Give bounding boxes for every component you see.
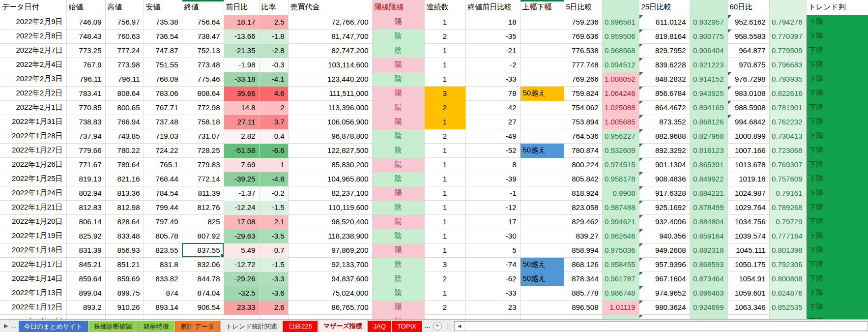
sheet-tab[interactable]: マザーズ指標 xyxy=(318,320,368,332)
cell-r5[interactable]: 0.987488 xyxy=(602,200,639,214)
cell-pct[interactable]: -1.8 xyxy=(259,29,288,43)
cell-close[interactable]: 752.13 xyxy=(182,43,224,58)
cell-trend[interactable]: 下降 xyxy=(806,214,868,229)
cell-r5[interactable]: 0.958178 xyxy=(602,172,639,186)
cell-range[interactable] xyxy=(520,58,564,72)
cell-value[interactable]: 92,133,700 xyxy=(288,257,372,272)
cell-d60[interactable]: 958.5583 xyxy=(727,29,769,43)
cell-d5[interactable]: 829.462 xyxy=(564,214,602,229)
cell-streak[interactable]: 1 xyxy=(424,172,465,186)
cell-d5[interactable]: 769.636 xyxy=(564,29,602,43)
tabbar-menu-icon[interactable]: ⋮ xyxy=(445,322,451,330)
cell-open[interactable]: 831.39 xyxy=(66,243,105,257)
cell-d60[interactable]: 970.875 xyxy=(727,58,769,72)
cell-chg[interactable]: -32.5 xyxy=(224,286,259,300)
cell-close[interactable]: 731.07 xyxy=(182,129,224,143)
cell-open[interactable]: 738.83 xyxy=(66,115,105,129)
cell-r60[interactable]: 0.781901 xyxy=(769,100,806,115)
cell-r60[interactable]: 0.779509 xyxy=(769,43,806,58)
cell-range[interactable] xyxy=(520,100,564,115)
cell-r5[interactable]: 1.025088 xyxy=(602,100,639,115)
cell-range[interactable] xyxy=(520,214,564,229)
cell-low[interactable]: 805.78 xyxy=(144,229,182,243)
cell-range[interactable] xyxy=(520,157,564,172)
cell-pct[interactable]: -0.2 xyxy=(259,186,288,200)
cell-streak[interactable]: 1 xyxy=(424,186,465,200)
header-cell-open[interactable]: 始値 xyxy=(66,0,105,15)
cell-d25[interactable]: 856.6784 xyxy=(639,86,690,100)
cell-candle[interactable]: 陽 xyxy=(372,58,424,72)
cell-d60[interactable]: 1000.899 xyxy=(727,129,769,143)
cell-open[interactable]: 859.64 xyxy=(66,272,105,286)
cell-d60[interactable]: 988.5908 xyxy=(727,100,769,115)
cell-value[interactable]: 82,747,200 xyxy=(288,43,372,58)
cell-pct[interactable]: -2.8 xyxy=(259,43,288,58)
cell-value[interactable]: 104,965,800 xyxy=(288,172,372,186)
cell-trend[interactable]: 下降 xyxy=(806,72,868,86)
cell-r5[interactable]: 0.968568 xyxy=(602,43,639,58)
cell-pct[interactable]: 0.4 xyxy=(259,129,288,143)
cell-low[interactable]: 751.55 xyxy=(144,58,182,72)
cell-r25[interactable]: 0.943925 xyxy=(690,86,727,100)
cell-high[interactable]: 859.69 xyxy=(105,272,144,286)
cell-r60[interactable]: 0.792306 xyxy=(769,257,806,272)
cell-chg[interactable]: 7.69 xyxy=(224,157,259,172)
cell-d25[interactable]: 908.4836 xyxy=(639,172,690,186)
cell-high[interactable]: 910.26 xyxy=(105,300,144,314)
tabs-scroll-arrow-icon[interactable]: ▶ xyxy=(4,320,8,332)
header-cell-date[interactable]: データ日付 xyxy=(0,0,66,15)
cell-date[interactable]: 2022年1月14日 xyxy=(0,272,66,286)
cell-high[interactable]: 743.85 xyxy=(105,129,144,143)
cell-d60[interactable]: 1007.166 xyxy=(727,143,769,157)
add-sheet-button[interactable]: + xyxy=(433,322,442,331)
header-cell-r60[interactable] xyxy=(769,0,806,15)
header-cell-value[interactable]: 売買代金 xyxy=(288,0,372,15)
header-cell-r5[interactable] xyxy=(602,0,639,15)
cell-r60[interactable]: 0.777164 xyxy=(769,229,806,243)
cell-chg[interactable]: 2.82 xyxy=(224,129,259,143)
cell-r5[interactable]: 0.956227 xyxy=(602,129,639,143)
cell-value[interactable]: 96,878,800 xyxy=(288,129,372,143)
cell-r60[interactable]: 0.79161 xyxy=(769,186,806,200)
cell-range[interactable] xyxy=(520,115,564,129)
cell-r25[interactable]: 0.827968 xyxy=(690,129,727,143)
cell-d5[interactable]: 769.266 xyxy=(564,72,602,86)
cell-pct[interactable]: -4.1 xyxy=(259,72,288,86)
cell-streak[interactable]: 2 xyxy=(424,100,465,115)
cell-range[interactable]: 50越え xyxy=(520,86,564,100)
cell-candle[interactable]: 陽 xyxy=(372,115,424,129)
cell-r5[interactable]: 0.959506 xyxy=(602,29,639,43)
cell-chg[interactable]: -13.66 xyxy=(224,29,259,43)
header-cell-d25[interactable]: 25日比較 xyxy=(639,0,690,15)
cell-low[interactable]: 893.14 xyxy=(144,300,182,314)
cell-d25[interactable]: 873.352 xyxy=(639,115,690,129)
cell-d25[interactable]: 967.1604 xyxy=(639,272,690,286)
cell-candle[interactable]: 陰 xyxy=(372,200,424,214)
cell-diff[interactable]: -35 xyxy=(465,29,520,43)
cell-diff[interactable]: 27 xyxy=(465,115,520,129)
cell-d25[interactable]: 932.4096 xyxy=(639,214,690,229)
cell-r5[interactable]: 0.958455 xyxy=(602,257,639,272)
cell-candle[interactable]: 陰 xyxy=(372,272,424,286)
cell-d60[interactable]: 994.6842 xyxy=(727,115,769,129)
cell-streak[interactable]: 2 xyxy=(424,300,465,314)
cell-streak[interactable]: 1 xyxy=(424,143,465,157)
cell-candle[interactable]: 陰 xyxy=(372,143,424,157)
cell-d5[interactable]: 780.874 xyxy=(564,143,602,157)
cell-chg[interactable]: 23.33 xyxy=(224,300,259,314)
cell-open[interactable]: 773.25 xyxy=(66,43,105,58)
cell-diff[interactable]: -62 xyxy=(465,272,520,286)
cell-open[interactable]: 746.09 xyxy=(66,15,105,29)
cell-trend[interactable]: 下降 xyxy=(806,272,868,286)
cell-date[interactable]: 2022年2月7日 xyxy=(0,43,66,58)
scrollbar-track[interactable] xyxy=(465,322,868,331)
tabs-overflow-left-icon[interactable]: ... xyxy=(11,320,16,332)
cell-r60[interactable]: 0.757609 xyxy=(769,172,806,186)
cell-d5[interactable]: 759.824 xyxy=(564,86,602,100)
cell-streak[interactable]: 1 xyxy=(424,43,465,58)
cell-high[interactable]: 796.11 xyxy=(105,72,144,86)
cell-r60[interactable]: 0.793935 xyxy=(769,72,806,86)
cell-d25[interactable]: 974.9652 xyxy=(639,286,690,300)
cell-range[interactable] xyxy=(520,43,564,58)
cell-open[interactable]: 783.41 xyxy=(66,86,105,100)
